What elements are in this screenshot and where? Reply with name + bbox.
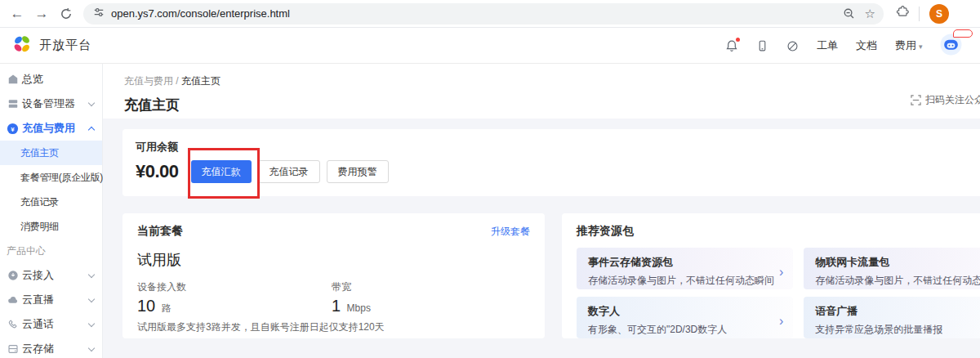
package-tile-iot-data[interactable]: 物联网卡流量包 存储活动录像与图片，不错过任何动态瞬间 ›	[804, 248, 980, 289]
breadcrumb: 充值与费用 / 充值主页	[124, 74, 980, 88]
reload-icon[interactable]	[54, 2, 78, 25]
stat-device-value: 10	[137, 297, 155, 315]
caret-down-icon: ▾	[919, 43, 923, 51]
extensions-icon[interactable]	[895, 5, 909, 22]
platform-logo-icon	[11, 34, 33, 58]
sidebar-item-cloud-access[interactable]: 云接入	[0, 263, 102, 288]
sidebar: 总览 设备管理器 ¥ 充值与费用 充值主页 套餐管理(原企业版) 充值记录 消费…	[0, 64, 103, 358]
sidebar-item-cloud-storage[interactable]: 云存储	[0, 337, 102, 358]
logo-text: 开放平台	[39, 38, 91, 53]
stat-device-unit: 路	[162, 302, 172, 314]
recharge-records-button[interactable]: 充值记录	[258, 160, 320, 183]
chevron-down-icon	[88, 344, 95, 351]
nav-billing[interactable]: 费用▾	[895, 38, 923, 53]
svg-text:¥: ¥	[11, 125, 15, 132]
upgrade-plan-link[interactable]: 升级套餐	[491, 225, 530, 239]
stat-bandwidth: 带宽 1 Mbps	[332, 280, 526, 315]
device-manager-icon	[7, 98, 19, 110]
chevron-up-icon	[88, 126, 95, 132]
content-header: 充值与费用 / 充值主页 充值主页 扫码关注公众	[103, 64, 980, 119]
sidebar-item-recharge-records[interactable]: 充值记录	[0, 190, 102, 214]
app-header: 开放平台 工单 文档 费用▾	[0, 28, 980, 64]
chevron-down-icon	[88, 99, 95, 105]
qr-scan-icon	[911, 95, 921, 105]
promo-badge	[953, 29, 973, 38]
url-text: open.ys7.com/console/enterprise.html	[111, 7, 833, 20]
sidebar-item-cloud-call[interactable]: 云通话	[0, 312, 102, 337]
page-title: 充值主页	[124, 96, 980, 114]
divider	[919, 7, 920, 21]
chevron-down-icon	[88, 320, 95, 326]
sidebar-item-plan-management[interactable]: 套餐管理(原企业版)	[0, 165, 102, 190]
browser-chrome: ← → open.ys7.com/console/enterprise.html…	[0, 0, 980, 28]
chevron-right-icon: ›	[779, 315, 783, 328]
notification-dot	[736, 38, 740, 42]
balance-label: 可用余额	[136, 140, 975, 154]
sidebar-item-recharge-home[interactable]: 充值主页	[0, 141, 102, 165]
plan-card-title: 当前套餐	[137, 224, 183, 239]
balance-card: 可用余额 ¥0.00 充值汇款 充值记录 费用预警	[122, 129, 980, 196]
qr-follow-link[interactable]: 扫码关注公众	[911, 93, 980, 107]
content-body: 可用余额 ¥0.00 充值汇款 充值记录 费用预警 当前套餐 升级套餐 试用版	[103, 119, 980, 358]
package-tile-event-cloud-storage[interactable]: 事件云存储资源包 存储活动录像与图片，不错过任何动态瞬间 ›	[577, 248, 793, 289]
breadcrumb-current: 充值主页	[181, 75, 220, 87]
nav-work-order[interactable]: 工单	[817, 38, 838, 53]
sidebar-item-cloud-live[interactable]: 云直播	[0, 288, 102, 312]
plan-name: 试用版	[137, 250, 530, 270]
slash-circle-icon[interactable]	[786, 40, 799, 52]
forward-icon[interactable]: →	[29, 2, 54, 25]
recommended-packages-card: 推荐资源包 事件云存储资源包 存储活动录像与图片，不错过任何动态瞬间 › 物联网…	[562, 213, 980, 338]
mobile-app-icon[interactable]	[756, 39, 768, 52]
plan-note: 试用版最多支持3路并发，且自账号注册日起仅支持120天	[137, 320, 530, 334]
recharge-remit-button[interactable]: 充值汇款	[191, 160, 252, 183]
chevron-right-icon: ›	[779, 266, 783, 279]
main-content: 充值与费用 / 充值主页 充值主页 扫码关注公众 可用余额 ¥0.00 充值汇款…	[103, 64, 980, 358]
home-icon	[7, 74, 19, 85]
billing-yen-icon: ¥	[7, 123, 19, 135]
sidebar-item-billing[interactable]: ¥ 充值与费用	[0, 116, 102, 141]
cloud-call-icon	[7, 319, 19, 330]
balance-amount: ¥0.00	[136, 161, 179, 182]
cloud-live-icon	[7, 294, 19, 306]
sidebar-item-consumption-details[interactable]: 消费明细	[0, 214, 102, 239]
site-info-icon[interactable]	[93, 7, 105, 21]
nav-docs[interactable]: 文档	[856, 38, 877, 53]
zoom-out-icon[interactable]	[843, 7, 855, 20]
packages-card-title: 推荐资源包	[577, 224, 634, 239]
cloud-storage-icon	[7, 343, 19, 355]
stat-bandwidth-unit: Mbps	[347, 302, 371, 314]
notification-bell-icon[interactable]	[725, 39, 738, 52]
fee-alert-button[interactable]: 费用预警	[327, 160, 389, 183]
sidebar-item-device-manager[interactable]: 设备管理器	[0, 92, 102, 116]
user-avatar[interactable]	[940, 34, 962, 59]
bookmark-star-icon[interactable]: ☆	[865, 7, 875, 21]
current-plan-card: 当前套餐 升级套餐 试用版 设备接入数 10 路 带宽	[122, 213, 545, 338]
browser-profile-avatar[interactable]: S	[929, 4, 949, 24]
chevron-down-icon	[88, 271, 95, 277]
logo[interactable]: 开放平台	[11, 34, 91, 58]
chevron-down-icon	[88, 295, 95, 302]
sidebar-section-products: 产品中心	[0, 239, 102, 263]
address-bar[interactable]: open.ys7.com/console/enterprise.html ☆	[83, 3, 884, 25]
cloud-access-icon	[7, 270, 19, 281]
package-tile-digital-human[interactable]: 数字人 有形象、可交互的"2D/3D数字人 ›	[577, 297, 793, 338]
stat-bandwidth-value: 1	[332, 297, 341, 315]
package-tile-voice-broadcast[interactable]: 语音广播 支持异常应急场景的批量播报 ›	[804, 297, 980, 338]
sidebar-item-overview[interactable]: 总览	[0, 67, 102, 92]
breadcrumb-parent[interactable]: 充值与费用	[124, 75, 173, 87]
stat-device-count: 设备接入数 10 路	[137, 280, 332, 315]
back-icon[interactable]: ←	[5, 2, 29, 25]
